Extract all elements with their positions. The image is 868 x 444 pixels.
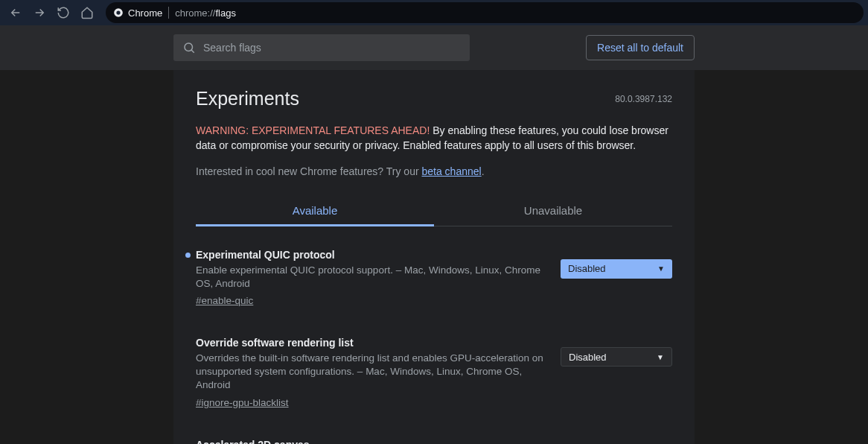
back-button[interactable] [4, 1, 27, 24]
reload-button[interactable] [52, 1, 74, 24]
browser-toolbar: Chrome chrome://flags [0, 0, 868, 25]
flag-description: Overrides the built-in software renderin… [196, 352, 546, 393]
forward-button[interactable] [28, 1, 51, 24]
flag-state-label: Disabled [568, 263, 606, 274]
home-icon [80, 6, 94, 19]
interested-suffix: . [482, 165, 485, 177]
chevron-down-icon: ▼ [657, 353, 664, 361]
arrow-right-icon [33, 6, 46, 19]
beta-channel-text: Interested in cool new Chrome features? … [196, 165, 672, 177]
reload-icon [57, 6, 70, 19]
flag-title: Override software rendering list [196, 337, 546, 349]
chrome-version: 80.0.3987.132 [615, 94, 672, 104]
flag-state-select[interactable]: Disabled ▼ [561, 347, 672, 367]
tabs: Available Unavailable [196, 197, 672, 226]
site-identity: Chrome [113, 7, 162, 19]
flag-row: Accelerated 2D canvas Enables the use of… [196, 439, 672, 444]
page-title: Experiments [196, 88, 299, 110]
interested-prefix: Interested in cool new Chrome features? … [196, 165, 421, 177]
flag-permalink[interactable]: #enable-quic [196, 295, 253, 306]
tab-available[interactable]: Available [196, 197, 434, 226]
chrome-icon [113, 7, 124, 18]
url-display: chrome://flags [175, 7, 236, 19]
modified-indicator-icon [185, 253, 191, 258]
site-identity-label: Chrome [128, 7, 162, 19]
warning-text: WARNING: EXPERIMENTAL FEATURES AHEAD! By… [196, 123, 672, 153]
flag-state-label: Disabled [569, 352, 607, 363]
content-area: Experiments 80.0.3987.132 WARNING: EXPER… [0, 70, 868, 444]
address-bar[interactable]: Chrome chrome://flags [106, 2, 864, 23]
flag-description: Enable experimental QUIC protocol suppor… [196, 264, 546, 291]
flag-title: Accelerated 2D canvas [196, 439, 546, 444]
experiments-page: Experiments 80.0.3987.132 WARNING: EXPER… [173, 70, 695, 444]
url-scheme: chrome:// [175, 7, 215, 19]
home-button[interactable] [76, 1, 98, 24]
search-flags-field[interactable] [173, 34, 470, 61]
flag-permalink[interactable]: #ignore-gpu-blacklist [196, 397, 289, 408]
reset-all-button[interactable]: Reset all to default [586, 35, 695, 60]
svg-point-1 [116, 10, 120, 14]
svg-point-2 [185, 43, 193, 51]
chevron-down-icon: ▼ [657, 264, 665, 273]
flag-row: Experimental QUIC protocol Enable experi… [196, 249, 672, 307]
arrow-left-icon [9, 6, 22, 19]
omnibox-separator [168, 7, 169, 19]
warning-prefix: WARNING: EXPERIMENTAL FEATURES AHEAD! [196, 124, 430, 136]
url-path: flags [215, 7, 235, 19]
search-icon [182, 41, 196, 54]
flag-title: Experimental QUIC protocol [196, 249, 546, 261]
flags-header: Reset all to default [0, 25, 868, 70]
flag-state-select[interactable]: Disabled ▼ [561, 259, 672, 279]
search-input[interactable] [203, 42, 461, 54]
tab-unavailable[interactable]: Unavailable [434, 197, 672, 226]
flag-row: Override software rendering list Overrid… [196, 337, 672, 409]
beta-channel-link[interactable]: beta channel [421, 165, 481, 177]
